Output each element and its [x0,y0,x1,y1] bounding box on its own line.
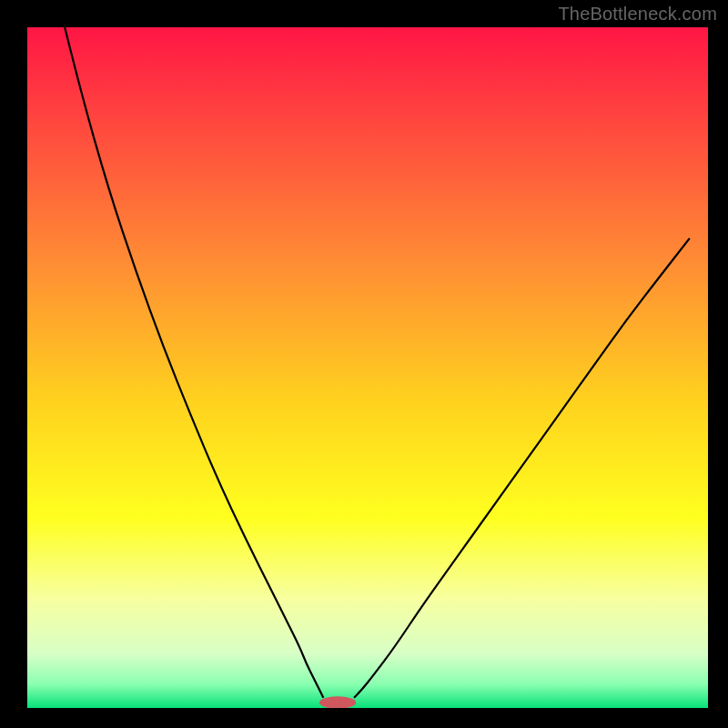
optimal-region-marker [319,696,356,708]
chart-frame: TheBottleneck.com [0,0,728,728]
watermark-text: TheBottleneck.com [558,4,717,25]
bottleneck-chart [0,0,728,728]
plot-background-gradient [27,27,708,708]
